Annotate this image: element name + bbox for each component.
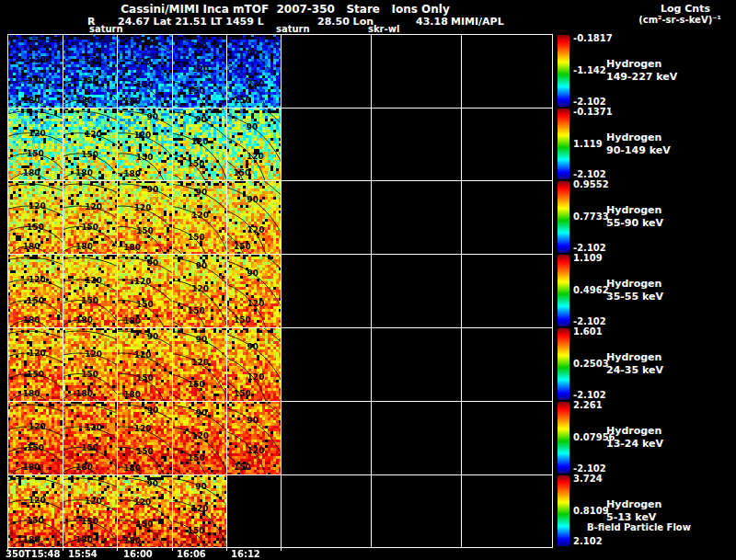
colorbar-min-label: -2.102 bbox=[573, 316, 606, 326]
colorbar-min-label: -2.102 bbox=[573, 169, 606, 179]
colorbar-mid-label: 0.8109 bbox=[573, 506, 609, 516]
heatmap-panel bbox=[226, 254, 281, 327]
channel-energy-label: 55-90 keV bbox=[606, 217, 663, 229]
time-tick bbox=[117, 547, 118, 551]
heatmap-panel bbox=[63, 180, 117, 254]
colorbar bbox=[558, 109, 569, 179]
heatmap-panel bbox=[7, 254, 63, 327]
time-tick-label: 16:06 bbox=[177, 549, 206, 559]
colorbar bbox=[558, 475, 569, 546]
channel-species-label: Hydrogen bbox=[606, 58, 661, 70]
time-tick-label: 16:12 bbox=[231, 549, 260, 559]
channel-species-label: Hydrogen bbox=[606, 425, 661, 437]
heatmap-panel bbox=[117, 108, 172, 180]
colorbar-min-label: -2.102 bbox=[573, 463, 606, 474]
colorbar-min-label: -2.102 bbox=[573, 243, 606, 253]
time-tick bbox=[281, 547, 282, 551]
heatmap-panel bbox=[226, 34, 281, 108]
heatmap-panel bbox=[7, 34, 63, 108]
heatmap-panel bbox=[172, 474, 226, 547]
grid-line bbox=[371, 34, 372, 548]
heatmap-panel bbox=[7, 327, 63, 401]
status-item: 28.50 Lon bbox=[317, 16, 374, 28]
channel-energy-label: 90-149 keV bbox=[606, 144, 671, 156]
colorbar-min-label: 2.102 bbox=[573, 536, 603, 546]
grid-line bbox=[7, 254, 553, 255]
grid-line bbox=[172, 34, 173, 548]
bfield-flow-label: B-field Particle Flow bbox=[587, 522, 691, 532]
heatmap-panel bbox=[63, 34, 117, 108]
heatmap-panel bbox=[63, 254, 117, 327]
grid-line bbox=[7, 180, 553, 181]
heatmap-panel bbox=[117, 180, 172, 254]
channel-species-label: Hydrogen bbox=[606, 204, 661, 216]
plot-title: Cassini/MIMI Inca mTOF 2007-350 Stare Io… bbox=[0, 3, 570, 16]
colorbar bbox=[558, 255, 569, 326]
heatmap-panel bbox=[7, 180, 63, 254]
status-item: 24.67 Lat 21.51 LT 1459 L bbox=[118, 16, 264, 28]
grid-line bbox=[7, 34, 553, 35]
colorbar-mid-label: 0.4962 bbox=[573, 285, 609, 295]
heatmap-panel bbox=[172, 327, 226, 401]
grid-line bbox=[7, 401, 553, 402]
annotation-label: saturn bbox=[276, 24, 310, 34]
channel-species-label: Hydrogen bbox=[606, 131, 661, 143]
colorbar-max-label: 0.9552 bbox=[573, 179, 609, 189]
heatmap-panel bbox=[172, 254, 226, 327]
annotation-label: skr-wl bbox=[368, 24, 399, 34]
time-tick bbox=[226, 547, 227, 551]
annotation-label: saturn bbox=[89, 24, 123, 34]
heatmap-panel bbox=[117, 34, 172, 108]
channel-species-label: Hydrogen bbox=[606, 498, 661, 510]
channel-energy-label: 35-55 keV bbox=[606, 291, 663, 303]
heatmap-panel bbox=[63, 401, 117, 474]
heatmap-panel bbox=[63, 327, 117, 401]
channel-energy-label: 13-24 keV bbox=[606, 438, 663, 450]
colorbar-mid-label: 0.2503 bbox=[573, 359, 609, 369]
status-item: 43.18 bbox=[416, 16, 448, 28]
colorbar-mid-label: -1.142 bbox=[573, 65, 606, 75]
heatmap-panel bbox=[117, 474, 172, 547]
colorbar-mid-label: 1.119 bbox=[573, 139, 603, 149]
colorbar-min-label: -2.102 bbox=[573, 390, 606, 400]
colorbar-min-label: -2.102 bbox=[573, 97, 606, 107]
colorbar bbox=[558, 402, 569, 474]
heatmap-panel bbox=[172, 108, 226, 180]
grid-line bbox=[226, 34, 227, 548]
time-tick bbox=[172, 547, 173, 551]
colorbar-max-label: 2.261 bbox=[573, 400, 603, 410]
channel-energy-label: 149-227 keV bbox=[606, 71, 677, 83]
colorbar bbox=[558, 35, 569, 107]
colorbar-max-label: 3.724 bbox=[573, 474, 603, 484]
channel-species-label: Hydrogen bbox=[606, 351, 661, 363]
status-item: MIMI/APL bbox=[451, 16, 504, 28]
colorbar-max-label: -0.1371 bbox=[573, 107, 613, 117]
heatmap-panel bbox=[172, 180, 226, 254]
grid-line bbox=[7, 108, 553, 109]
grid-line bbox=[552, 34, 553, 548]
time-tick-label: 15:54 bbox=[68, 549, 98, 559]
heatmap-panel bbox=[63, 474, 117, 547]
heatmap-panel bbox=[7, 108, 63, 180]
colorbar bbox=[558, 181, 569, 253]
time-tick-label: 16:00 bbox=[123, 549, 153, 559]
grid-line bbox=[7, 474, 553, 475]
colorbar-max-label: -0.1817 bbox=[573, 33, 613, 43]
grid-line bbox=[7, 34, 8, 548]
heatmap-panel bbox=[226, 180, 281, 254]
heatmap-panel bbox=[117, 327, 172, 401]
colorbar-mid-label: 0.7733 bbox=[573, 211, 609, 222]
colorbar-max-label: 1.109 bbox=[573, 253, 603, 263]
time-tick-label: 350T15:48 bbox=[6, 549, 61, 559]
channel-species-label: Hydrogen bbox=[606, 278, 661, 290]
heatmap-panel bbox=[63, 108, 117, 180]
heatmap-panel bbox=[7, 401, 63, 474]
heatmap-panel bbox=[226, 108, 281, 180]
heatmap-panel bbox=[172, 34, 226, 108]
channel-energy-label: 24-35 keV bbox=[606, 364, 663, 376]
time-tick bbox=[63, 547, 63, 551]
heatmap-panel bbox=[172, 401, 226, 474]
colorbar bbox=[558, 328, 569, 400]
cassini-mimi-inca-spectrogram: Cassini/MIMI Inca mTOF 2007-350 Stare Io… bbox=[0, 0, 736, 560]
heatmap-panel bbox=[226, 327, 281, 401]
